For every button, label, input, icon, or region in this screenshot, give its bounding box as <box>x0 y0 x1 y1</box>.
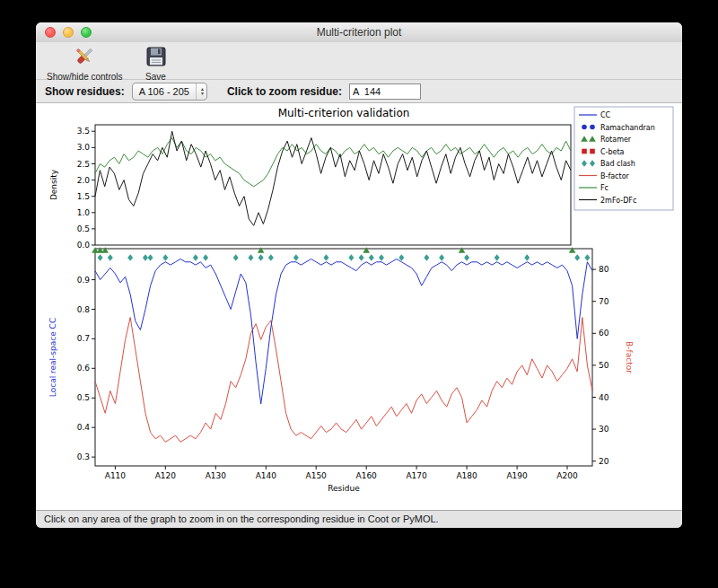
svg-text:80: 80 <box>599 265 609 274</box>
svg-text:2.5: 2.5 <box>77 160 90 169</box>
svg-text:60: 60 <box>599 329 609 338</box>
chart-legend <box>574 107 673 210</box>
svg-text:B-factor: B-factor <box>600 172 630 180</box>
svg-text:Ramachandran: Ramachandran <box>600 124 655 132</box>
svg-text:A140: A140 <box>256 471 277 480</box>
svg-text:0.5: 0.5 <box>77 224 90 233</box>
show-residues-value: A 106 - 205 <box>139 86 189 97</box>
save-button[interactable]: Save <box>141 44 171 83</box>
zoom-residue-input[interactable] <box>349 83 421 100</box>
zoom-residue-label: Click to zoom residue: <box>227 85 342 98</box>
validation-subplot <box>95 249 592 466</box>
svg-text:0.0: 0.0 <box>77 241 91 250</box>
svg-text:0.4: 0.4 <box>77 423 91 432</box>
svg-text:3.0: 3.0 <box>77 143 91 152</box>
svg-text:CC: CC <box>600 111 611 119</box>
stepper-arrows-icon: ▲▼ <box>196 83 205 100</box>
svg-text:1.5: 1.5 <box>77 192 90 201</box>
svg-text:A180: A180 <box>456 471 477 480</box>
svg-text:0.6: 0.6 <box>77 364 91 373</box>
svg-text:C-beta: C-beta <box>600 148 625 156</box>
density-subplot <box>95 125 571 245</box>
show-residues-select[interactable]: A 106 - 205 ▲▼ <box>132 83 207 101</box>
svg-text:0.3: 0.3 <box>77 452 90 461</box>
svg-text:A120: A120 <box>155 471 177 480</box>
toolbar: Show/hide controls Save <box>36 42 682 80</box>
plot-canvas[interactable]: Multi-criterion validation0.00.51.01.52.… <box>43 105 675 511</box>
svg-text:Local real-space CC: Local real-space CC <box>48 318 57 397</box>
chart-title: Multi-criterion validation <box>278 107 410 119</box>
svg-text:Density: Density <box>49 169 58 200</box>
close-button[interactable] <box>45 27 56 38</box>
status-bar: Click on any area of the graph to zoom i… <box>36 510 682 528</box>
titlebar[interactable]: Multi-criterion plot <box>36 22 682 43</box>
save-icon <box>144 45 168 72</box>
svg-text:Residue: Residue <box>328 484 360 493</box>
svg-text:A190: A190 <box>506 471 528 480</box>
validation-figure: Multi-criterion validation0.00.51.01.52.… <box>43 105 675 507</box>
svg-text:A160: A160 <box>356 471 378 480</box>
svg-text:0.7: 0.7 <box>77 334 90 343</box>
multi-criterion-plot-window: Multi-criterion plot Show/hide controls <box>36 22 682 528</box>
zoom-button[interactable] <box>81 27 92 38</box>
svg-text:B-factor: B-factor <box>625 341 634 373</box>
svg-text:1.0: 1.0 <box>77 208 91 217</box>
minimize-button[interactable] <box>63 27 74 38</box>
svg-text:30: 30 <box>599 425 609 434</box>
svg-text:50: 50 <box>599 361 609 370</box>
svg-text:40: 40 <box>599 393 609 402</box>
controls-bar: Show residues: A 106 - 205 ▲▼ Click to z… <box>36 80 682 103</box>
svg-text:0.5: 0.5 <box>77 393 90 402</box>
svg-text:0.9: 0.9 <box>77 276 91 285</box>
svg-text:Bad clash: Bad clash <box>600 160 635 168</box>
svg-text:2.0: 2.0 <box>77 176 91 185</box>
plot-region: Multi-criterion validation0.00.51.01.52.… <box>36 103 682 510</box>
show-residues-label: Show residues: <box>45 85 125 98</box>
svg-text:A150: A150 <box>306 471 328 480</box>
window-title: Multi-criterion plot <box>36 22 682 42</box>
svg-text:A130: A130 <box>206 471 227 480</box>
svg-text:A200: A200 <box>556 471 578 480</box>
svg-text:A110: A110 <box>105 471 127 480</box>
svg-text:A170: A170 <box>406 471 427 480</box>
svg-text:2mFo-DFc: 2mFo-DFc <box>600 197 636 205</box>
svg-text:20: 20 <box>599 457 609 466</box>
traffic-lights <box>45 27 92 38</box>
show-hide-controls-button[interactable]: Show/hide controls <box>43 44 127 83</box>
tools-icon <box>73 45 96 72</box>
svg-text:3.5: 3.5 <box>77 127 90 136</box>
status-text: Click on any area of the graph to zoom i… <box>44 513 439 524</box>
svg-text:Fc: Fc <box>600 184 609 192</box>
svg-text:70: 70 <box>599 297 609 306</box>
svg-text:0.8: 0.8 <box>77 305 91 314</box>
svg-text:Rotamer: Rotamer <box>600 136 632 144</box>
